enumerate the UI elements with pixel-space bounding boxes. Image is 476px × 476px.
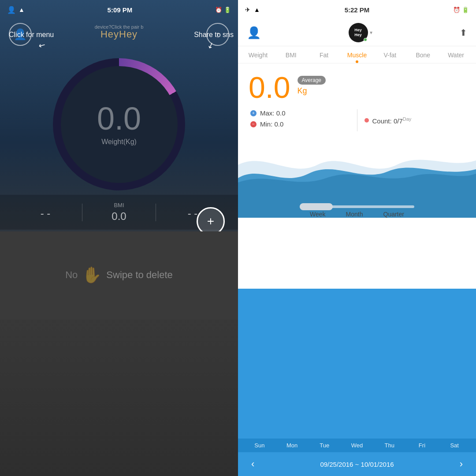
min-stat: − Min: 0.0	[250, 120, 350, 128]
main-value: 0.0	[249, 72, 290, 102]
swipe-delete-icon: ✋	[82, 266, 102, 284]
period-selector: Week Month Quarter	[300, 205, 414, 218]
app-logo: HeyHey	[349, 23, 368, 42]
empty-list-area: No ✋ Swipe to delete	[0, 231, 238, 320]
status-icons-left-right: ✈ ▲	[245, 6, 260, 13]
tab-weight[interactable]: Weight	[242, 46, 275, 63]
period-thumb[interactable]	[300, 203, 333, 210]
tab-water[interactable]: Water	[439, 46, 472, 63]
alarm-icon-right: ⏰	[453, 7, 460, 13]
stat-item-left: - -	[9, 205, 82, 219]
tab-bone[interactable]: Bone	[406, 46, 439, 63]
alarm-icon-left: ⏰	[215, 7, 222, 13]
day-sun: Sun	[243, 442, 276, 449]
min-dot: −	[250, 121, 257, 127]
stat-value-left: - -	[9, 207, 82, 219]
stat-item-bmi: BMI 0.0	[82, 202, 156, 223]
status-time-right: 5:22 PM	[345, 6, 370, 14]
share-sns-annotation: Share to sns	[194, 31, 234, 39]
swipe-delete-text: Swipe to delete	[106, 269, 172, 281]
plus-icon: +	[207, 214, 214, 228]
status-icons-right-right: ⏰ 🔋	[453, 7, 469, 13]
average-badge: Average	[298, 76, 326, 85]
date-range-label: 09/25/2016 ~ 10/01/2016	[320, 461, 394, 468]
day-tue: Tue	[308, 442, 341, 449]
day-wed: Wed	[341, 442, 373, 449]
period-track[interactable]	[300, 205, 414, 208]
period-quarter[interactable]: Quarter	[383, 211, 404, 218]
count-col: Count: 0/7Day	[364, 116, 464, 125]
min-text: Min: 0.0	[260, 120, 283, 128]
max-stat: + Max: 0.0	[250, 109, 350, 117]
tab-vfat[interactable]: V-fat	[373, 46, 406, 63]
day-sat: Sat	[438, 442, 471, 449]
tab-bmi[interactable]: BMI	[275, 46, 308, 63]
status-bar-left: 👤 ▲ 5:09 PM ⏰ 🔋	[0, 0, 238, 19]
day-fri: Fri	[406, 442, 439, 449]
wifi-icon: ▲	[19, 6, 25, 13]
max-dot: +	[250, 110, 257, 116]
stat-divider-vertical	[357, 109, 357, 131]
stat-label-bmi: BMI	[82, 202, 156, 208]
count-text: Count: 0/7Day	[372, 116, 412, 125]
count-sub: Day	[403, 116, 412, 122]
value-meta: Average Kg	[298, 72, 326, 96]
status-time-left: 5:09 PM	[108, 6, 133, 14]
status-icons-right-left: ⏰ 🔋	[215, 7, 231, 13]
chevron-down-icon: ▾	[370, 30, 372, 36]
tab-fat[interactable]: Fat	[308, 46, 341, 63]
wifi-icon-right: ▲	[254, 6, 260, 13]
stat-value-bmi: 0.0	[82, 210, 156, 223]
value-row: 0.0 Average Kg	[249, 72, 465, 102]
app-title-left: HeyHey	[100, 29, 138, 40]
period-labels: Week Month Quarter	[300, 211, 414, 218]
unit-label: Kg	[298, 86, 326, 96]
person-icon: 👤	[7, 6, 16, 14]
share-icon-right[interactable]: ⬆	[460, 27, 467, 38]
left-panel: 👤 ▲ 5:09 PM ⏰ 🔋 👤 HeyHey ↑ Click for men…	[0, 0, 238, 476]
click-menu-annotation: Click for menu	[9, 31, 54, 39]
day-labels: Sun Mon Tue Wed Thu Fri Sat	[238, 439, 476, 452]
day-thu: Thu	[373, 442, 406, 449]
blue-empty-area	[238, 289, 476, 439]
gauge-label: Weight(Kg)	[101, 138, 137, 146]
gauge-value: 0.0	[97, 103, 141, 134]
tab-muscle[interactable]: Muscle	[341, 46, 374, 63]
tab-bar: Weight BMI Fat Muscle V-fat Bone Water	[238, 46, 476, 63]
gauge-container: 0.0 Weight(Kg)	[0, 58, 238, 190]
max-text: Max: 0.0	[260, 109, 286, 117]
status-bar-right: ✈ ▲ 5:22 PM ⏰ 🔋	[238, 0, 476, 19]
period-month[interactable]: Month	[346, 211, 363, 218]
prev-date-button[interactable]: ‹	[247, 457, 259, 472]
stats-grid-right: + Max: 0.0 − Min: 0.0 Count: 0/7Day	[249, 109, 465, 131]
logo-dropdown[interactable]: HeyHey ▾	[349, 23, 372, 42]
date-nav: ‹ 09/25/2016 ~ 10/01/2016 ›	[238, 452, 476, 476]
online-indicator	[364, 38, 367, 41]
swipe-delete-annotation: No ✋ Swipe to delete	[65, 266, 173, 284]
battery-icon-right: 🔋	[462, 7, 469, 13]
device-text: device?Click the pair b	[95, 24, 144, 30]
next-date-button[interactable]: ›	[455, 457, 467, 472]
day-mon: Mon	[276, 442, 309, 449]
stat-col-left: + Max: 0.0 − Min: 0.0	[250, 109, 350, 131]
wave-chart-area: Week Month Quarter	[238, 138, 476, 289]
gauge-inner: 0.0 Weight(Kg)	[61, 66, 178, 183]
airplane-icon: ✈	[245, 6, 250, 13]
battery-icon-left: 🔋	[224, 7, 231, 13]
status-icons-left: 👤 ▲	[7, 6, 25, 14]
no-text: No	[65, 269, 78, 281]
logo-text: HeyHey	[354, 28, 362, 37]
count-dot	[364, 118, 369, 123]
profile-icon-right[interactable]: 👤	[247, 26, 261, 40]
period-week[interactable]: Week	[310, 211, 326, 218]
gauge-outer: 0.0 Weight(Kg)	[53, 58, 185, 190]
header-right: 👤 HeyHey ▾ ⬆	[238, 19, 476, 46]
main-content-right: 0.0 Average Kg + Max: 0.0 − Min: 0.0	[238, 63, 476, 138]
right-panel: ✈ ▲ 5:22 PM ⏰ 🔋 👤 HeyHey ▾ ⬆ Weight BMI …	[238, 0, 476, 476]
